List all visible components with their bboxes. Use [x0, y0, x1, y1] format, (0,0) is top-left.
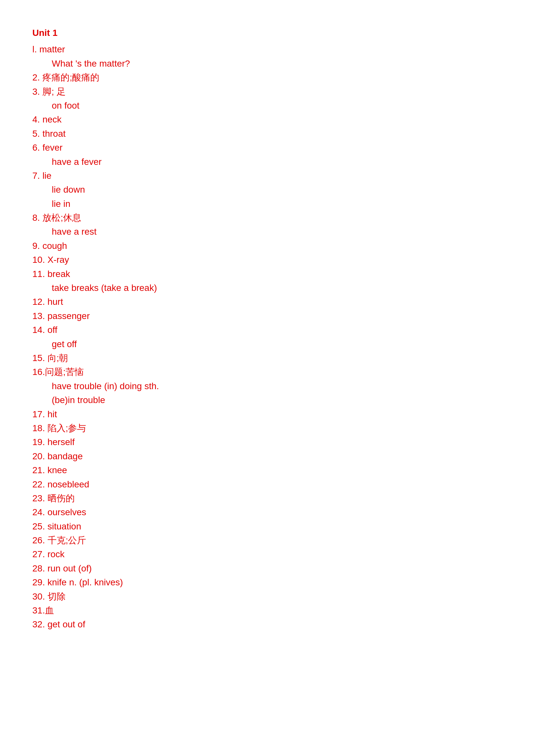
list-item: 19. herself: [32, 435, 503, 449]
list-item: 30. 切除: [32, 589, 503, 604]
vocabulary-list: l. matterWhat 's the matter?2. 疼痛的;酸痛的3.…: [32, 42, 503, 631]
list-item-sub: have a fever: [52, 155, 503, 169]
list-item-sub: have trouble (in) doing sth.: [52, 379, 503, 393]
list-item: 18. 陷入;参与: [32, 421, 503, 435]
list-item: l. matter: [32, 42, 503, 56]
list-item: 32. get out of: [32, 617, 503, 631]
list-item: 2. 疼痛的;酸痛的: [32, 70, 503, 84]
list-item: 29. knife n. (pl. knives): [32, 575, 503, 589]
list-item: 11. break: [32, 267, 503, 281]
list-item: 3. 脚; 足: [32, 85, 503, 98]
list-item: 15. 向;朝: [32, 351, 503, 365]
list-item-sub: take breaks (take a break): [52, 281, 503, 295]
list-item-sub: (be)in trouble: [52, 393, 503, 407]
list-item: 20. bandage: [32, 449, 503, 463]
list-item: 10. X-ray: [32, 253, 503, 267]
list-item: 23. 晒伤的: [32, 491, 503, 505]
page-title: Unit 1: [32, 26, 503, 40]
list-item: 26. 千克;公斤: [32, 533, 503, 547]
list-item: 9. cough: [32, 239, 503, 253]
list-item: 27. rock: [32, 547, 503, 561]
list-item: 4. neck: [32, 113, 503, 126]
list-item-sub: lie down: [52, 183, 503, 197]
list-item: 16.问题;苦恼: [32, 365, 503, 379]
list-item-sub: lie in: [52, 197, 503, 211]
list-item-sub: have a rest: [52, 225, 503, 238]
list-item: 17. hit: [32, 407, 503, 421]
list-item: 8. 放松;休息: [32, 211, 503, 225]
list-item: 12. hurt: [32, 295, 503, 309]
list-item: 24. ourselves: [32, 505, 503, 519]
list-item-sub: on foot: [52, 98, 503, 113]
list-item: 28. run out (of): [32, 561, 503, 575]
list-item: 6. fever: [32, 141, 503, 154]
list-item: 31.血: [32, 604, 503, 617]
list-item: 22. nosebleed: [32, 477, 503, 491]
list-item: 21. knee: [32, 463, 503, 477]
list-item: 13. passenger: [32, 309, 503, 323]
list-item-sub: What 's the matter?: [52, 57, 503, 70]
list-item: 5. throat: [32, 127, 503, 141]
list-item: 25. situation: [32, 519, 503, 533]
list-item: 14. off: [32, 323, 503, 337]
list-item: 7. lie: [32, 169, 503, 183]
list-item-sub: get off: [52, 337, 503, 351]
